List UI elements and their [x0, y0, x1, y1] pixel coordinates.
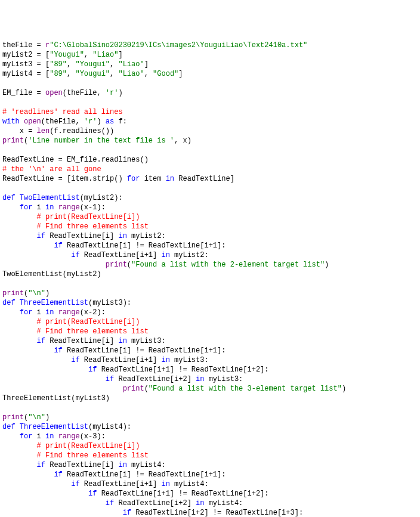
code-token-id	[2, 432, 20, 441]
code-token-kw: in	[196, 499, 204, 507]
code-token-id: ReadTextLine[i+1]	[80, 356, 162, 364]
code-token-id	[2, 242, 54, 250]
code-line: # Find three elements list	[2, 222, 418, 231]
code-line: def TwoElementList(myList2):	[2, 193, 418, 203]
code-token-kw: if	[123, 509, 131, 517]
code-token-id: (theFile,	[41, 117, 84, 126]
code-token-id: myList3:	[170, 356, 209, 364]
code-token-kw: in	[161, 251, 169, 259]
code-token-id: myList4:	[170, 480, 209, 488]
code-line: with open(theFile, 'r') as f:	[2, 117, 418, 126]
code-token-kw: for	[127, 175, 140, 183]
code-token-kw: in	[118, 232, 126, 240]
code-token-kw: if	[71, 356, 79, 364]
code-token-id: )	[45, 289, 50, 298]
code-line: if ReadTextLine[i+2] in myList3:	[2, 374, 418, 384]
code-token-id: (x-2):	[80, 308, 106, 317]
code-token-id: ]	[144, 60, 149, 69]
code-token-id	[54, 203, 58, 212]
code-token-id	[2, 461, 37, 469]
code-token-id: ,	[67, 60, 75, 69]
code-token-id: ,	[84, 51, 92, 59]
code-token-builtin: range	[58, 432, 80, 441]
code-token-str: "Yougui"	[75, 60, 110, 69]
code-token-kw: in	[196, 375, 204, 383]
code-token-kw: in	[161, 480, 169, 488]
code-token-id	[54, 308, 58, 317]
code-line: if ReadTextLine[i+2] != ReadTextLine[i+3…	[2, 508, 418, 517]
code-token-id: ,	[144, 70, 153, 78]
code-token-deffn: ThreeElementList	[20, 423, 88, 431]
code-line: if ReadTextLine[i] != ReadTextLine[i+1]:	[2, 470, 418, 479]
code-token-kw: def	[2, 299, 16, 307]
code-token-id: ReadTextLine[i+1]	[80, 251, 162, 259]
code-token-kw: if	[88, 490, 97, 498]
code-token-id: i	[32, 308, 45, 317]
code-token-id: ,	[110, 70, 118, 78]
code-token-id	[2, 308, 20, 317]
code-token-id: (	[127, 261, 131, 269]
code-token-id: ReadTextLine = EM_file.readlines()	[2, 156, 149, 164]
code-token-kw: in	[45, 432, 54, 441]
code-token-id: ReadTextLine[i]	[45, 461, 118, 469]
code-token-kw: in	[45, 308, 54, 317]
code-line: # print(ReadTextLine[i])	[2, 212, 418, 222]
code-line: print("Found a list with the 3-element t…	[2, 384, 418, 394]
code-token-id: )	[118, 89, 122, 97]
code-line: if ReadTextLine[i+1] in myList4:	[2, 479, 418, 489]
code-token-kw: def	[2, 423, 16, 431]
code-token-id: i	[32, 203, 45, 212]
code-token-str: "89"	[50, 60, 67, 69]
code-token-kw: if	[106, 499, 114, 507]
code-token-id	[54, 432, 58, 441]
code-token-builtin: range	[58, 203, 80, 212]
code-line: if ReadTextLine[i] in myList4:	[2, 460, 418, 470]
code-token-id: EM_file =	[2, 89, 45, 97]
code-token-str: "Found a list with the 2-element target …	[131, 261, 325, 269]
code-token-id	[2, 203, 20, 212]
code-token-builtin: print	[106, 261, 127, 269]
code-token-id	[2, 451, 37, 460]
code-token-id: ]	[178, 70, 183, 78]
code-token-deffn: ThreeElementList	[20, 299, 88, 307]
code-token-id: )	[325, 261, 329, 269]
code-token-str: "\n"	[28, 289, 45, 298]
code-token-id	[2, 490, 88, 498]
code-token-str: "Found a list with the 3-element target …	[149, 385, 342, 393]
code-line: print("\n")	[2, 289, 418, 298]
code-token-id: myList3:	[204, 375, 243, 383]
code-token-id: i	[32, 432, 45, 441]
code-token-id: item	[140, 175, 165, 183]
code-line: # print(ReadTextLine[i])	[2, 317, 418, 327]
code-token-kw: if	[54, 346, 62, 355]
code-token-builtin: print	[2, 137, 24, 145]
code-token-kw: if	[106, 375, 114, 383]
code-line: ReadTextLine = EM_file.readlines()	[2, 155, 418, 165]
code-token-id: ReadTextLine[i+1] != ReadTextLine[i+2]:	[97, 366, 268, 374]
code-line: theFile = r"C:\GlobalSino20230219\ICs\im…	[2, 41, 418, 50]
code-line: if ReadTextLine[i+2] in myList4:	[2, 499, 418, 508]
code-token-kw: with	[2, 117, 20, 126]
code-token-id: )	[342, 385, 346, 393]
code-token-id: myList4 = [	[2, 70, 50, 78]
code-line: # 'readlines' read all lines	[2, 107, 418, 117]
code-token-kw: if	[71, 251, 79, 259]
code-token-cmt: # print(ReadTextLine[i])	[37, 318, 140, 326]
code-token-id: myList2 = [	[2, 51, 50, 59]
code-token-deffn: TwoElementList	[20, 194, 80, 202]
code-token-kw: def	[2, 194, 16, 202]
code-line: if ReadTextLine[i+1] != ReadTextLine[i+2…	[2, 365, 418, 374]
code-line	[2, 279, 418, 289]
code-token-cmt: # print(ReadTextLine[i])	[37, 213, 140, 221]
code-token-id	[2, 327, 37, 336]
code-token-id	[2, 261, 106, 269]
code-token-id	[2, 346, 54, 355]
code-token-builtin: len	[37, 127, 50, 135]
code-token-id	[2, 509, 123, 517]
code-token-id: ThreeElementList(myList3)	[2, 394, 110, 403]
code-token-id: ReadTextLine[i] != ReadTextLine[i+1]:	[63, 346, 226, 355]
code-line	[2, 145, 418, 155]
code-token-id: (f.readlines())	[50, 127, 114, 135]
code-token-builtin: print	[2, 289, 24, 298]
code-line	[2, 79, 418, 88]
